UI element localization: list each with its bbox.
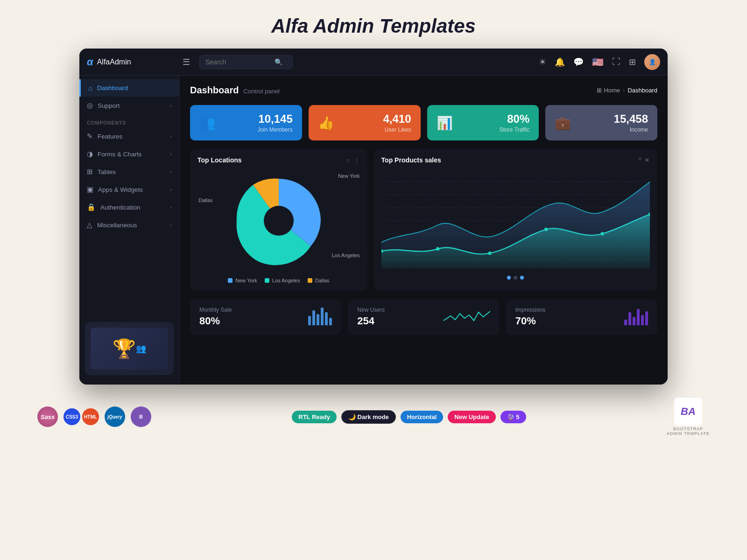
avatar[interactable]: 👤 [644, 54, 660, 70]
search-box: 🔍 [199, 55, 293, 69]
stat-info-income: 15,458 Income [614, 112, 648, 133]
sidebar-item-authentication[interactable]: 🔒 Authentication › [79, 198, 179, 216]
top-products-collapse-button[interactable]: ^ [638, 156, 641, 164]
rtl-ready-badge[interactable]: RTL Ready [292, 411, 337, 423]
sidebar-item-apps-widgets[interactable]: ▣ Apps & Widgets › [79, 181, 179, 198]
join-members-icon: 👥 [199, 115, 216, 131]
mini-bar-6 [329, 318, 332, 325]
top-products-card: Top Products sales ^ ✕ [374, 149, 657, 291]
mini-stat-value-monthly-sale: 80% [199, 315, 232, 327]
mini-bar-imp-3 [633, 317, 635, 325]
sidebar-item-dashboard[interactable]: ⌂ Dashboard [79, 79, 179, 97]
sidebar-item-forms-charts[interactable]: ◑ Forms & Charts › [79, 145, 179, 163]
chevron-right-icon: › [170, 103, 172, 108]
logo-alpha-icon: α [87, 56, 93, 68]
new-update-badge[interactable]: New Update [448, 411, 495, 423]
pie-legend: New York Los Angeles Dallas [197, 278, 360, 283]
main-layout: ⌂ Dashboard ◎ Support › Components ✎ Fea… [79, 76, 668, 385]
html-css-row: CSS3 HTML [63, 408, 99, 425]
pie-label-losangeles: Los Angeles [332, 252, 360, 258]
web-tech-icons: CSS3 HTML [63, 408, 99, 425]
charts-row: Top Locations ○ ⋮ [190, 149, 657, 291]
mini-stat-label-monthly-sale: Monthly Sale [199, 307, 232, 313]
stat-value-store-traffic: 80% [500, 112, 529, 126]
version-5-badge[interactable]: 🔮 5 [500, 411, 526, 423]
chart-pagination-dot-3[interactable] [520, 276, 524, 280]
top-products-close-button[interactable]: ✕ [644, 156, 650, 164]
misc-icon: △ [87, 221, 92, 229]
forms-icon: ◑ [87, 150, 93, 158]
breadcrumb-separator: › [623, 87, 625, 94]
stat-info-join-members: 10,145 Join Members [257, 112, 292, 133]
hamburger-button[interactable]: ☰ [181, 55, 192, 69]
stat-info-store-traffic: 80% Store Traffic [500, 112, 529, 133]
chevron-right-icon: › [170, 169, 172, 175]
sidebar-label-tables: Tables [98, 168, 116, 175]
stat-label-join-members: Join Members [257, 126, 292, 133]
chart-dot-2 [488, 252, 491, 255]
stat-label-income: Income [614, 126, 648, 133]
horizontal-badge[interactable]: Horizontal [401, 411, 444, 423]
top-locations-header: Top Locations ○ ⋮ [197, 156, 360, 164]
page-title: Alfa Admin Templates [0, 0, 747, 49]
bell-icon[interactable]: 🔔 [555, 57, 565, 67]
chevron-right-icon: › [170, 133, 172, 139]
sidebar-item-features[interactable]: ✎ Features › [79, 127, 179, 145]
chart-pagination-dot-1[interactable] [507, 276, 511, 280]
sidebar-item-support[interactable]: ◎ Support › [79, 97, 179, 114]
mini-stat-monthly-sale: Monthly Sale 80% [190, 299, 341, 335]
content-area: Dashboard Control panel ⊞ Home › Dashboa… [180, 76, 668, 385]
content-header: Dashboard Control panel ⊞ Home › Dashboa… [190, 85, 657, 96]
content-title-group: Dashboard Control panel [190, 85, 280, 96]
jquery-icon: jQuery [105, 406, 125, 427]
css3-icon: CSS3 [63, 408, 80, 425]
mini-bars-chart [308, 307, 332, 325]
dashboard-icon: ⌂ [88, 84, 92, 92]
flag-icon[interactable]: 🇺🇸 [592, 56, 604, 68]
top-products-title: Top Products sales [381, 156, 441, 164]
mini-bars-chart-impressions [624, 307, 648, 325]
breadcrumb-home-link[interactable]: ⊞ Home [597, 87, 620, 94]
sidebar-label-support: Support [98, 102, 120, 109]
features-icon: ✎ [87, 132, 93, 140]
stat-card-income: 💼 15,458 Income [545, 105, 657, 140]
chart-dot-4 [600, 232, 604, 235]
mini-stat-label-impressions: Impressions [515, 307, 546, 313]
bootstrap-ba-text: BA [681, 406, 696, 418]
mini-stat-value-new-users: 254 [357, 315, 385, 327]
top-locations-title: Top Locations [197, 156, 242, 164]
bootstrap-logo-box: BA [674, 398, 702, 426]
settings-icon[interactable]: ⊞ [629, 57, 636, 67]
sidebar: ⌂ Dashboard ◎ Support › Components ✎ Fea… [79, 76, 180, 385]
dark-mode-badge[interactable]: 🌙 Dark mode [341, 410, 396, 424]
mini-bar-5 [325, 312, 328, 325]
top-locations-refresh-button[interactable]: ○ [345, 156, 349, 164]
legend-item-newyork: New York [228, 278, 257, 283]
stat-value-income: 15,458 [614, 112, 648, 126]
pie-label-dallas: Dallas [198, 197, 213, 203]
top-locations-menu-button[interactable]: ⋮ [353, 156, 360, 164]
sidebar-item-miscellaneous[interactable]: △ Miscellaneous › [79, 216, 179, 234]
legend-dot-dallas [308, 278, 312, 283]
legend-label-losangeles: Los Angeles [272, 278, 300, 283]
sidebar-label-forms-charts: Forms & Charts [98, 151, 142, 158]
chart-pagination-dot-2[interactable] [514, 276, 517, 280]
legend-label-dallas: Dallas [315, 278, 330, 283]
bootstrap-label: BOOTSTRAP ADMIN TEMPLATE [667, 427, 710, 436]
tables-icon: ⊞ [87, 168, 93, 176]
chat-icon[interactable]: 💬 [573, 57, 584, 67]
breadcrumb-home-label: Home [604, 87, 620, 94]
theme-toggle-icon[interactable]: ☀ [539, 57, 546, 67]
mini-line-chart-new-users [444, 307, 490, 325]
sidebar-label-apps-widgets: Apps & Widgets [98, 186, 143, 193]
sidebar-item-tables[interactable]: ⊞ Tables › [79, 163, 179, 181]
stat-value-user-likes: 4,410 [383, 112, 411, 126]
search-input[interactable] [205, 58, 271, 66]
mini-bar-imp-6 [645, 311, 648, 325]
top-products-header: Top Products sales ^ ✕ [381, 156, 650, 164]
bottom-row: Monthly Sale 80% [190, 299, 657, 335]
line-chart-area [381, 169, 650, 272]
chart-dot-1 [436, 247, 439, 251]
promo-illustration: 🏆👥 [91, 328, 168, 370]
fullscreen-icon[interactable]: ⛶ [612, 57, 620, 67]
